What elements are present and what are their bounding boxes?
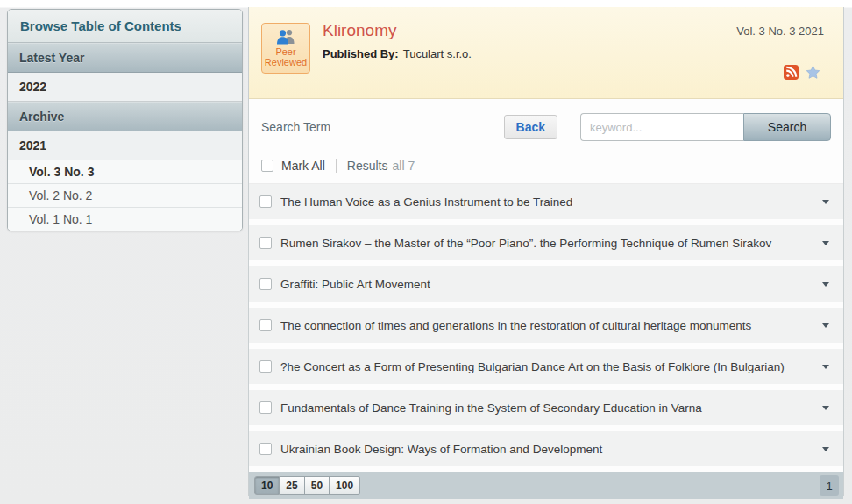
article-row-1[interactable]: The Human Voice as a Genius Instrument t…: [249, 184, 843, 219]
expand-caret-icon[interactable]: [822, 447, 829, 451]
article-title-5: ?he Concert as a Form of Presenting Bulg…: [280, 360, 822, 373]
peer-badge-line2: Reviewed: [265, 57, 307, 67]
article-title-2: Rumen Sirakov – the Master of the “Poor …: [280, 237, 822, 250]
search-term-label: Search Term: [261, 120, 330, 134]
peer-badge-line1: Peer: [275, 46, 295, 57]
article-row-3[interactable]: Graffiti: Public Art Movement: [249, 266, 843, 302]
markall-row: Mark All Results all 7: [249, 146, 843, 183]
sidebar-item-2022[interactable]: 2022: [8, 73, 242, 102]
toc-sidebar: Browse Table of Contents Latest Year 202…: [7, 9, 243, 231]
toc-sidebar-title: Browse Table of Contents: [8, 10, 242, 43]
journal-header: Peer Reviewed Klironomy Published By:Tuc…: [249, 7, 843, 99]
expand-caret-icon[interactable]: [822, 200, 829, 204]
sidebar-item-latest-year[interactable]: Latest Year: [8, 43, 242, 73]
article-checkbox-7[interactable]: [259, 443, 272, 455]
article-checkbox-3[interactable]: [259, 278, 272, 290]
article-title-3: Graffiti: Public Art Movement: [280, 278, 822, 291]
article-checkbox-1[interactable]: [259, 195, 272, 208]
divider: [336, 159, 337, 173]
expand-caret-icon[interactable]: [822, 241, 829, 245]
article-checkbox-4[interactable]: [259, 319, 272, 331]
journal-issue: Vol. 3 No. 3 2021: [736, 25, 824, 38]
article-title-6: Fundamentals of Dance Training in the Sy…: [280, 401, 822, 415]
mark-all-label: Mark All: [281, 159, 325, 173]
article-list: The Human Voice as a Genius Instrument t…: [249, 183, 843, 472]
page-size-25[interactable]: 25: [280, 476, 304, 495]
page-size-100[interactable]: 100: [330, 476, 360, 495]
expand-caret-icon[interactable]: [822, 323, 829, 328]
sidebar-item-vol3[interactable]: Vol. 3 No. 3: [8, 160, 242, 184]
results-label: Results: [347, 159, 388, 173]
search-group: Search: [580, 113, 831, 141]
published-by-label: Published By:: [323, 47, 399, 60]
journal-title: Klironomy: [323, 21, 396, 40]
article-row-4[interactable]: The connection of times and generations …: [249, 308, 843, 343]
rss-icon[interactable]: [784, 65, 799, 80]
sidebar-item-2021[interactable]: 2021: [8, 131, 242, 160]
keyword-input[interactable]: [580, 113, 743, 141]
article-checkbox-5[interactable]: [259, 360, 272, 373]
star-icon[interactable]: [806, 65, 820, 80]
sidebar-item-vol1[interactable]: Vol. 1 No. 1: [8, 208, 242, 231]
article-row-5[interactable]: ?he Concert as a Form of Presenting Bulg…: [249, 349, 843, 384]
search-button[interactable]: Search: [743, 113, 831, 141]
header-icons: [784, 65, 820, 80]
article-row-6[interactable]: Fundamentals of Dance Training in the Sy…: [249, 390, 843, 425]
sidebar-item-vol2[interactable]: Vol. 2 No. 2: [8, 184, 242, 208]
peer-reviewed-badge: Peer Reviewed: [261, 23, 310, 74]
expand-caret-icon[interactable]: [822, 406, 829, 410]
article-checkbox-6[interactable]: [259, 401, 272, 414]
search-section: Search Term Back Search: [249, 99, 843, 146]
journal-publisher: Published By:Tuculart s.r.o.: [323, 47, 472, 60]
back-button[interactable]: Back: [504, 115, 557, 139]
page-size-50[interactable]: 50: [305, 476, 330, 495]
current-page-indicator[interactable]: 1: [820, 475, 839, 496]
main-panel: Peer Reviewed Klironomy Published By:Tuc…: [248, 7, 844, 496]
expand-caret-icon[interactable]: [822, 365, 829, 369]
page-size-group: 10 25 50 100: [254, 476, 360, 495]
sidebar-item-archive[interactable]: Archive: [8, 102, 242, 131]
article-checkbox-2[interactable]: [259, 237, 272, 249]
publisher-name: Tuculart s.r.o.: [403, 47, 472, 60]
article-title-4: The connection of times and generations …: [280, 319, 822, 332]
mark-all-checkbox[interactable]: [261, 160, 273, 172]
expand-caret-icon[interactable]: [822, 282, 829, 287]
article-title-1: The Human Voice as a Genius Instrument t…: [280, 195, 822, 209]
pagination-bar: 10 25 50 100 1: [249, 472, 843, 499]
peer-reviewed-users-icon: [274, 29, 297, 45]
article-row-7[interactable]: Ukrainian Book Design: Ways of Formation…: [249, 431, 843, 466]
article-row-2[interactable]: Rumen Sirakov – the Master of the “Poor …: [249, 225, 843, 260]
results-count: all 7: [392, 159, 415, 173]
article-title-7: Ukrainian Book Design: Ways of Formation…: [280, 443, 822, 456]
page-size-10[interactable]: 10: [254, 476, 280, 495]
